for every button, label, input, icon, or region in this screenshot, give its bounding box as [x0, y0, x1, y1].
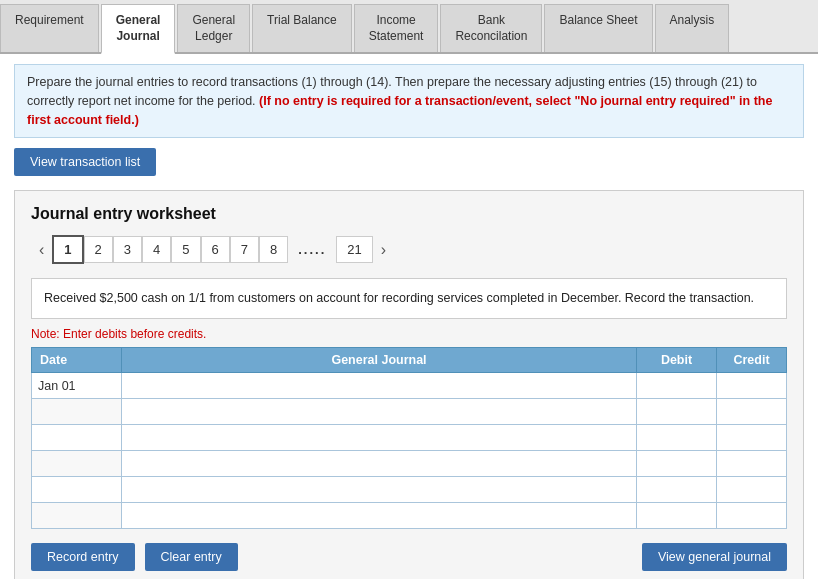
credit-input-1[interactable]: [717, 373, 786, 398]
table-row: [32, 399, 787, 425]
journal-cell-2[interactable]: [122, 399, 637, 425]
note-text: Note: Enter debits before credits.: [31, 327, 787, 341]
tab-bar: Requirement GeneralJournal GeneralLedger…: [0, 0, 818, 54]
debit-cell-2[interactable]: [637, 399, 717, 425]
debit-cell-4[interactable]: [637, 451, 717, 477]
table-row: [32, 477, 787, 503]
date-cell-4: [32, 451, 122, 477]
debit-cell-5[interactable]: [637, 477, 717, 503]
journal-input-1[interactable]: [122, 373, 636, 398]
debit-input-5[interactable]: [637, 477, 716, 502]
debit-input-6[interactable]: [637, 503, 716, 528]
tab-trial-balance[interactable]: Trial Balance: [252, 4, 352, 52]
tab-income-statement[interactable]: IncomeStatement: [354, 4, 439, 52]
table-row: [32, 503, 787, 529]
journal-cell-4[interactable]: [122, 451, 637, 477]
credit-cell-2[interactable]: [717, 399, 787, 425]
view-transaction-section: View transaction list: [14, 148, 804, 176]
tab-general-journal[interactable]: GeneralJournal: [101, 4, 176, 54]
debit-input-1[interactable]: [637, 373, 716, 398]
credit-input-3[interactable]: [717, 425, 786, 450]
journal-table: Date General Journal Debit Credit Jan 01: [31, 347, 787, 529]
pagination: ‹ 1 2 3 4 5 6 7 8 ..... 21 ›: [31, 235, 787, 264]
tab-bank-reconciliation[interactable]: BankReconcilation: [440, 4, 542, 52]
date-cell-2: [32, 399, 122, 425]
table-row: Jan 01: [32, 373, 787, 399]
spacer: [248, 543, 632, 571]
journal-input-6[interactable]: [122, 503, 636, 528]
journal-input-5[interactable]: [122, 477, 636, 502]
tab-balance-sheet[interactable]: Balance Sheet: [544, 4, 652, 52]
debit-input-3[interactable]: [637, 425, 716, 450]
page-5[interactable]: 5: [171, 236, 200, 263]
page-6[interactable]: 6: [201, 236, 230, 263]
page-3[interactable]: 3: [113, 236, 142, 263]
debit-cell-1[interactable]: [637, 373, 717, 399]
credit-input-5[interactable]: [717, 477, 786, 502]
page-dots: .....: [288, 237, 336, 262]
debit-input-2[interactable]: [637, 399, 716, 424]
next-page-button[interactable]: ›: [373, 237, 394, 263]
credit-cell-6[interactable]: [717, 503, 787, 529]
col-header-debit: Debit: [637, 348, 717, 373]
description-box: Received $2,500 cash on 1/1 from custome…: [31, 278, 787, 319]
credit-cell-3[interactable]: [717, 425, 787, 451]
clear-entry-button[interactable]: Clear entry: [145, 543, 238, 571]
view-general-journal-button[interactable]: View general journal: [642, 543, 787, 571]
journal-cell-3[interactable]: [122, 425, 637, 451]
col-header-date: Date: [32, 348, 122, 373]
page-7[interactable]: 7: [230, 236, 259, 263]
worksheet-title: Journal entry worksheet: [31, 205, 787, 223]
main-content: Prepare the journal entries to record tr…: [0, 54, 818, 579]
tab-general-ledger[interactable]: GeneralLedger: [177, 4, 250, 52]
debit-cell-3[interactable]: [637, 425, 717, 451]
date-cell-6: [32, 503, 122, 529]
journal-input-2[interactable]: [122, 399, 636, 424]
page-21[interactable]: 21: [336, 236, 372, 263]
credit-cell-1[interactable]: [717, 373, 787, 399]
journal-cell-5[interactable]: [122, 477, 637, 503]
tab-requirement[interactable]: Requirement: [0, 4, 99, 52]
record-entry-button[interactable]: Record entry: [31, 543, 135, 571]
date-cell-1: Jan 01: [32, 373, 122, 399]
col-header-credit: Credit: [717, 348, 787, 373]
view-transaction-button[interactable]: View transaction list: [14, 148, 156, 176]
debit-input-4[interactable]: [637, 451, 716, 476]
journal-input-3[interactable]: [122, 425, 636, 450]
date-cell-5: [32, 477, 122, 503]
table-row: [32, 451, 787, 477]
table-row: [32, 425, 787, 451]
prev-page-button[interactable]: ‹: [31, 237, 52, 263]
date-cell-3: [32, 425, 122, 451]
credit-input-2[interactable]: [717, 399, 786, 424]
journal-cell-6[interactable]: [122, 503, 637, 529]
page-1[interactable]: 1: [52, 235, 83, 264]
worksheet-container: Journal entry worksheet ‹ 1 2 3 4 5 6 7 …: [14, 190, 804, 579]
tab-analysis[interactable]: Analysis: [655, 4, 730, 52]
bottom-buttons: Record entry Clear entry View general jo…: [31, 543, 787, 571]
credit-input-4[interactable]: [717, 451, 786, 476]
credit-input-6[interactable]: [717, 503, 786, 528]
debit-cell-6[interactable]: [637, 503, 717, 529]
col-header-journal: General Journal: [122, 348, 637, 373]
credit-cell-4[interactable]: [717, 451, 787, 477]
journal-input-4[interactable]: [122, 451, 636, 476]
info-box: Prepare the journal entries to record tr…: [14, 64, 804, 138]
page-2[interactable]: 2: [84, 236, 113, 263]
page-4[interactable]: 4: [142, 236, 171, 263]
journal-cell-1[interactable]: [122, 373, 637, 399]
page-8[interactable]: 8: [259, 236, 288, 263]
credit-cell-5[interactable]: [717, 477, 787, 503]
